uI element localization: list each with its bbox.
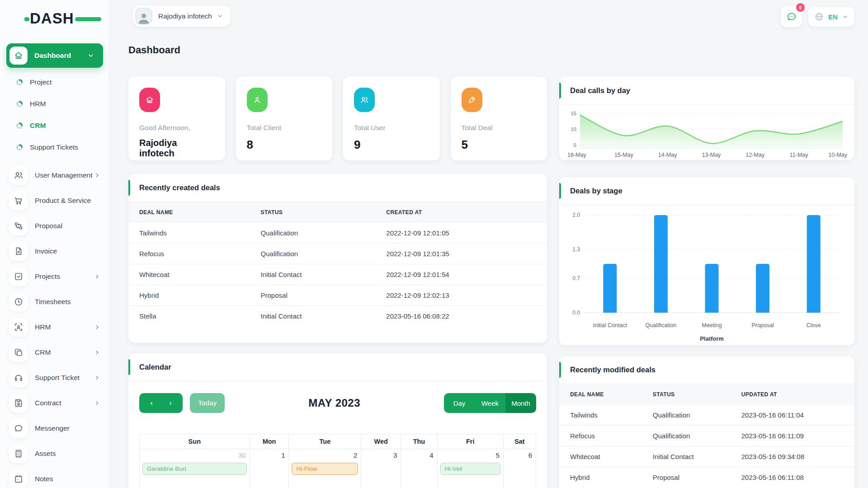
bullet-icon <box>16 101 23 107</box>
calendar-day-cell[interactable]: 5 Hi-Veil <box>437 449 503 488</box>
home-icon <box>139 88 160 112</box>
sidebar-item-contract[interactable]: Contract <box>0 390 108 416</box>
calendar-prev-button[interactable]: ‹ <box>142 393 161 413</box>
calendar-day-cell[interactable]: 6 <box>503 449 536 488</box>
sidebar-item-projects[interactable]: Projects <box>0 264 108 289</box>
calendar-day-cell[interactable]: 4 <box>401 449 437 488</box>
sidebar-item-label: Projects <box>35 272 60 281</box>
check-square-icon <box>9 267 28 286</box>
calendar-view-month[interactable]: Month <box>505 393 536 413</box>
cart-icon <box>9 191 28 210</box>
column-header: DEAL NAME <box>128 202 250 223</box>
calendar-view-week[interactable]: Week <box>475 393 505 413</box>
cell-deal-name: Tailwinds <box>128 223 250 244</box>
cell-updated-at: 2023-05-16 09:34:08 <box>731 446 854 467</box>
sidebar-item-user-management[interactable]: User Management <box>0 163 108 188</box>
page-title: Dashboard <box>128 44 854 56</box>
copy-icon <box>9 343 28 362</box>
calendar-day-cell[interactable]: 1 <box>250 449 289 488</box>
sidebar-item-dashboard[interactable]: Dashboard <box>6 43 103 68</box>
stat-label: Total Client <box>247 124 322 132</box>
cell-updated-at: 2023-05-16 06:11:09 <box>731 426 854 446</box>
weekday-label: Sun <box>140 434 250 449</box>
sidebar-item-project[interactable]: Project <box>0 71 108 93</box>
sidebar-item-label: HRM <box>30 100 46 108</box>
sidebar-item-hrm[interactable]: HRM <box>0 93 108 115</box>
chevron-right-icon <box>94 172 100 178</box>
sidebar-item-product-service[interactable]: Product & Service <box>0 188 108 213</box>
topbar-actions: 0 EN <box>781 6 854 27</box>
calendar-day-cell[interactable]: 2 Hi-Flow <box>289 449 361 488</box>
cell-deal-name: Refocus <box>128 244 250 264</box>
chevron-right-icon <box>94 400 100 406</box>
sidebar-item-label: Invoice <box>35 247 57 255</box>
sidebar-item-timesheets[interactable]: Timesheets <box>0 289 108 314</box>
rocket-icon <box>462 88 482 112</box>
calendar-view-day[interactable]: Day <box>444 393 475 413</box>
calendar-day-cell[interactable]: 30 Geraldine Burt <box>140 449 250 488</box>
left-column: Good Afternoon, Rajodiya infotech Total … <box>128 77 547 488</box>
column-header: STATUS <box>642 384 731 405</box>
logo-text: DASH <box>30 10 74 27</box>
table-row: TailwindsQualification2023-05-16 06:11:0… <box>559 405 854 426</box>
chat-icon <box>9 419 28 438</box>
svg-text:1.3: 1.3 <box>572 246 580 253</box>
sidebar-item-messenger[interactable]: Messenger <box>0 416 108 441</box>
topbar: Rajodiya infotech 0 EN <box>108 0 868 33</box>
sidebar-item-crm[interactable]: CRM <box>0 115 108 136</box>
sidebar-subnav: Project HRM CRM Support Tickets <box>0 71 108 158</box>
card-title: Deal calls by day <box>570 86 630 94</box>
svg-text:Proposal: Proposal <box>751 322 774 328</box>
globe-icon <box>814 12 824 22</box>
svg-text:10-May: 10-May <box>828 152 847 158</box>
bullet-icon <box>16 79 23 85</box>
day-number: 2 <box>292 450 358 461</box>
user-scan-icon <box>9 318 28 337</box>
calendar-view-switcher: Day Week Month <box>444 393 536 413</box>
cell-status: Proposal <box>642 467 731 488</box>
cell-deal-name: Whitecoat <box>128 264 250 285</box>
sidebar-item-hrm-module[interactable]: HRM <box>0 314 108 340</box>
sidebar-item-assets[interactable]: Assets <box>0 441 108 466</box>
calendar-event[interactable]: Geraldine Burt <box>142 463 247 475</box>
chevron-right-icon <box>94 375 100 381</box>
calendar-today-button[interactable]: Today <box>190 393 225 413</box>
sidebar-item-support-ticket[interactable]: Support Ticket <box>0 365 108 390</box>
accent-bar <box>128 180 130 196</box>
svg-text:0.7: 0.7 <box>572 275 580 282</box>
sidebar: DASH Dashboard Project HRM CRM <box>0 0 108 488</box>
calendar-day-cell[interactable]: 3 <box>361 449 401 488</box>
app-logo[interactable]: DASH <box>30 10 89 28</box>
calendar-event[interactable]: Hi-Veil <box>440 463 500 475</box>
table-row: HybridProposal2023-05-16 06:11:08 <box>559 467 854 488</box>
cell-status: Initial Contact <box>250 306 376 327</box>
deal-calls-card: Deal calls by day 5101516-May15-May14-Ma… <box>559 77 854 160</box>
recently-modified-deals-card: Recently modified deals DEAL NAME STATUS… <box>559 356 854 488</box>
sidebar-item-crm-module[interactable]: CRM <box>0 340 108 365</box>
calendar-month-title: MAY 2023 <box>225 397 444 409</box>
svg-text:10: 10 <box>571 127 576 132</box>
sidebar-item-invoice[interactable]: Invoice <box>0 239 108 264</box>
calendar-next-button[interactable]: › <box>161 393 180 413</box>
company-selector[interactable]: Rajodiya infotech <box>133 5 231 27</box>
calendar-event[interactable]: Hi-Flow <box>292 463 358 475</box>
svg-text:13-May: 13-May <box>702 152 721 158</box>
logo-bar <box>75 17 101 21</box>
sidebar-item-support-tickets[interactable]: Support Tickets <box>0 136 108 158</box>
svg-text:0.0: 0.0 <box>572 310 580 316</box>
svg-text:Close: Close <box>807 322 821 328</box>
chat-bubble-icon <box>786 11 797 22</box>
sidebar-item-notes[interactable]: Notes <box>0 466 108 488</box>
table-header-row: DEAL NAME STATUS UPDATED AT <box>559 384 854 405</box>
table-row: StellaInitial Contact2023-05-16 06:08:22 <box>128 306 547 327</box>
cell-deal-name: Hybrid <box>128 285 250 306</box>
calendar-grid: Sun Mon Tue Wed Thu Fri Sat <box>139 434 536 488</box>
language-selector[interactable]: EN <box>808 7 854 27</box>
sidebar-item-proposal[interactable]: Proposal <box>0 213 108 239</box>
recently-created-deals-card: Recently created deals DEAL NAME STATUS … <box>128 174 547 343</box>
sidebar-item-label: Product & Service <box>35 197 91 205</box>
messages-button[interactable]: 0 <box>781 6 802 27</box>
svg-text:12-May: 12-May <box>745 152 764 158</box>
weekday-label: Mon <box>250 434 289 449</box>
sidebar-item-label: Assets <box>35 450 56 458</box>
